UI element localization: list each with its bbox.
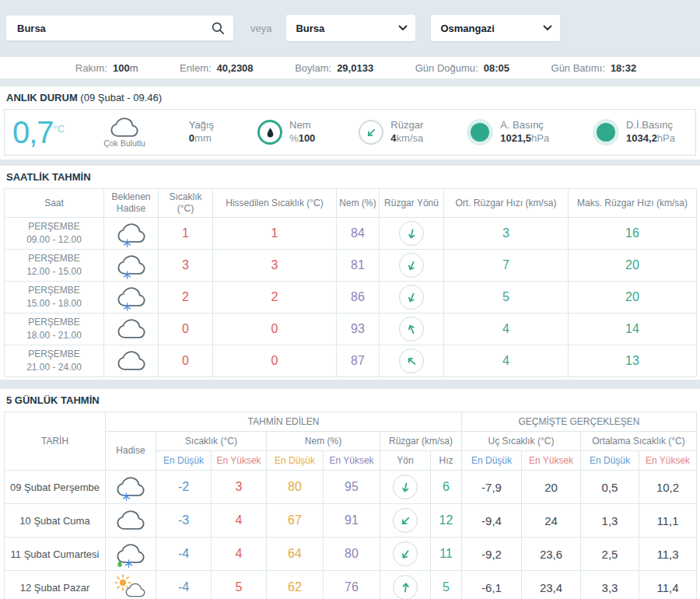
- col-maks-ruzgar: Maks. Rüzgar Hızı (km/sa): [569, 189, 697, 218]
- hourly-row: PERŞEMBE12.00 - 15.00 3 3 81 7 20: [5, 250, 697, 282]
- sea-level-pressure-metric: D.İ.Basınç 1034,2hPa: [593, 119, 675, 145]
- col-ruzgar-yonu: Rüzgar Yönü: [380, 189, 444, 218]
- search-button[interactable]: [209, 19, 227, 37]
- avg-wind-cell: 3: [444, 218, 569, 250]
- daily-header-row-groups: TARİH TAHMİN EDİLEN GEÇMİŞTE GERÇEKLEŞEN: [5, 412, 697, 432]
- date-cell: 12 Şubat Pazar: [5, 571, 106, 599]
- temp-max-cell: 4: [212, 538, 267, 571]
- avg-max-cell: 10,2: [639, 471, 697, 504]
- magnifier-icon: [211, 21, 226, 36]
- temp-max-cell: 4: [212, 504, 267, 538]
- wind-direction-icon: [393, 575, 418, 599]
- date-cell: 11 Şubat Cumartesi: [5, 538, 106, 571]
- wind-speed-cell: 11: [431, 538, 462, 571]
- province-select[interactable]: Bursa: [286, 15, 415, 41]
- ext-max-cell: 20: [522, 471, 581, 504]
- humidity-metric: Nem %100: [257, 119, 315, 145]
- daily-section-title: 5 GÜNLÜK TAHMİN: [4, 389, 696, 412]
- humidity-cell: 86: [337, 282, 380, 314]
- hum-min-cell: 80: [267, 471, 324, 504]
- cloud-sleet-icon: [113, 542, 149, 566]
- current-conditions-panel: 0,7°C Çok Bulutlu Yağış 0mm Nem %100: [4, 109, 696, 156]
- avg-min-cell: 2,5: [581, 538, 639, 571]
- droplet-circle-icon: [257, 120, 282, 145]
- temperature-unit: °C: [54, 123, 65, 135]
- hum-max-cell: 95: [324, 471, 380, 504]
- col-hum-min: En Düşük: [267, 451, 324, 471]
- wind-speed-cell: 6: [431, 471, 462, 504]
- ext-min-cell: -7,9: [462, 471, 522, 504]
- col-temp-min: En Düşük: [156, 451, 212, 471]
- avg-wind-cell: 7: [444, 250, 569, 282]
- hum-max-cell: 80: [324, 538, 380, 571]
- cloud-icon: [114, 349, 149, 373]
- temp-cell: 3: [159, 250, 213, 282]
- feels-cell: 3: [213, 250, 337, 282]
- daily-forecast-section: 5 GÜNLÜK TAHMİN TARİH TAHMİN EDİLEN GEÇM…: [0, 389, 700, 599]
- wind-direction-icon: [393, 508, 418, 533]
- info-sunset: Gün Batımı:18:32: [551, 62, 637, 74]
- hourly-header-row: Saat Beklenen Hadise Sıcaklık (°C) Hisse…: [5, 189, 697, 218]
- location-search-box[interactable]: [6, 16, 233, 40]
- col-ext-min: En Düşük: [462, 451, 522, 471]
- col-sicaklik: Sıcaklık (°C): [159, 189, 213, 218]
- ext-max-cell: 23,4: [522, 571, 581, 599]
- hum-min-cell: 67: [267, 504, 324, 538]
- pressure-metric: A. Basınç 1021,5hPa: [467, 119, 549, 145]
- district-select[interactable]: Osmangazi: [431, 15, 560, 41]
- avg-wind-cell: 4: [444, 314, 569, 345]
- date-cell: 10 Şubat Cuma: [5, 504, 106, 538]
- hum-max-cell: 91: [324, 504, 380, 538]
- sun-cloud-icon: [113, 576, 149, 599]
- temp-cell: 0: [159, 314, 213, 345]
- col-beklenen-hadise: Beklenen Hadise: [104, 189, 159, 218]
- feels-cell: 2: [213, 282, 337, 314]
- daily-row: 09 Şubat Perşembe -2 3 80 95 6 -7,9 20 0…: [5, 471, 697, 504]
- current-temperature: 0,7°C: [12, 117, 65, 148]
- col-saat: Saat: [5, 189, 104, 218]
- current-section-title: ANLIK DURUM (09 Şubat - 09.46): [4, 86, 696, 109]
- col-humidity-group: Nem (%): [267, 432, 380, 451]
- col-wind-group: Rüzgar (km/sa): [380, 432, 462, 451]
- avg-wind-cell: 5: [444, 282, 569, 314]
- droplet-icon: [266, 127, 275, 138]
- ext-min-cell: -9,2: [462, 538, 522, 571]
- current-condition: Çok Bulutlu: [103, 117, 145, 148]
- max-wind-cell: 20: [569, 250, 697, 282]
- wind-direction-icon: [399, 285, 424, 310]
- cloud-snow-icon: [114, 254, 149, 277]
- info-sunrise: Gün Doğumu:08:05: [415, 62, 509, 74]
- avg-min-cell: 0,5: [581, 471, 639, 504]
- daily-row: 11 Şubat Cumartesi -4 4 64 80 11 -9,2 23…: [5, 538, 697, 571]
- temp-min-cell: -3: [156, 504, 212, 538]
- cloud-icon: [113, 509, 149, 532]
- col-temp-group: Sıcaklık (°C): [156, 432, 267, 451]
- avg-min-cell: 3,3: [581, 571, 639, 599]
- wind-metric: Rüzgar 4km/sa: [359, 119, 423, 145]
- hourly-row: PERŞEMBE15.00 - 18.00 2 2 86 5 20: [5, 282, 697, 314]
- temp-min-cell: -4: [156, 538, 212, 571]
- hourly-forecast-table: Saat Beklenen Hadise Sıcaklık (°C) Hisse…: [4, 188, 697, 377]
- wind-speed-cell: 5: [431, 571, 462, 599]
- cloud-icon: [114, 317, 149, 341]
- location-search-input[interactable]: [16, 22, 209, 35]
- col-average-group: Ortalama Sıcaklık (°C): [581, 432, 697, 451]
- avg-max-cell: 11,1: [639, 504, 697, 538]
- col-hadise: Hadise: [106, 432, 156, 471]
- max-wind-cell: 14: [569, 314, 697, 345]
- condition-label: Çok Bulutlu: [103, 138, 145, 148]
- max-wind-cell: 20: [569, 282, 697, 314]
- current-conditions-section: ANLIK DURUM (09 Şubat - 09.46) 0,7°C Çok…: [0, 86, 700, 159]
- province-select-wrap: Bursa: [286, 15, 415, 41]
- humidity-cell: 87: [337, 345, 380, 377]
- hourly-row: PERŞEMBE21.00 - 24.00 0 0 87 4 13: [5, 345, 697, 377]
- pressure-dot-icon: [597, 123, 615, 142]
- wind-speed-cell: 12: [431, 504, 462, 538]
- daily-row: 12 Şubat Pazar -4 5 62 76 5 -6,1 23,4 3,…: [5, 571, 697, 599]
- pressure-dot-icon: [471, 123, 489, 142]
- max-wind-cell: 16: [569, 218, 697, 250]
- precip-metric: Yağış 0mm: [189, 119, 214, 145]
- wind-direction-icon: [399, 349, 424, 373]
- wind-direction-icon: [399, 253, 424, 278]
- wind-direction-icon: [399, 221, 424, 246]
